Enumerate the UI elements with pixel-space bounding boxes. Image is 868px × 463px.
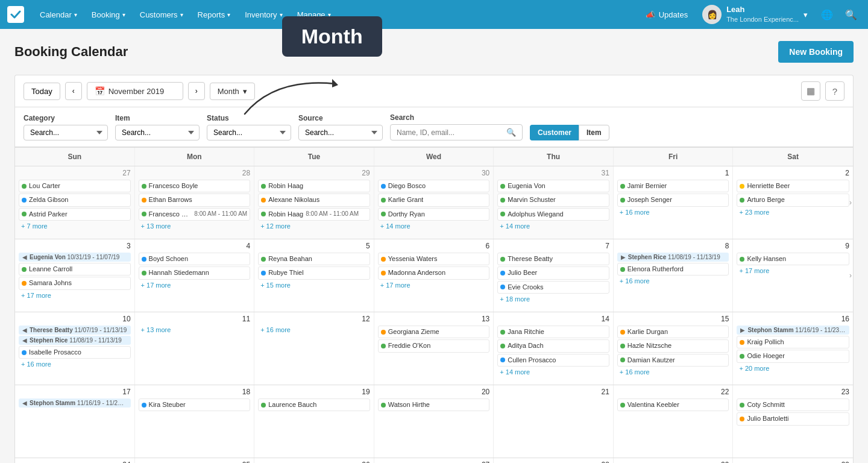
calendar-cell[interactable]: 28Francesco BoyleEthan BarrowsFrancesco … [135,166,255,239]
more-events-link[interactable]: + 16 more [617,368,729,376]
calendar-event[interactable]: Francesco Boyle8:00 AM - 11:00 AM [139,208,251,221]
search-input[interactable] [397,128,503,137]
calendar-event[interactable]: Hannah Stiedemann [139,266,251,279]
calendar-cell[interactable]: 17◀Stephon Stamm 11/16/19 - 11/23/19 [15,385,135,458]
calendar-cell[interactable]: 4Boyd SchoenHannah Stiedemann+ 17 more [135,239,255,312]
calendar-event[interactable]: Jana Ritchie [497,326,609,338]
calendar-event[interactable]: Samara Johns [19,277,131,289]
calendar-cell[interactable]: 30 [733,458,853,463]
more-events-link[interactable]: + 18 more [497,295,609,303]
more-events-link[interactable]: + 17 more [737,266,849,275]
status-select[interactable]: Search... [207,125,291,140]
nav-reports[interactable]: Reports ▾ [192,7,237,23]
calendar-event[interactable]: Kraig Pollich [737,336,849,348]
calendar-cell[interactable]: 23Coty SchmittJulio Bartoletti [733,385,853,458]
nav-booking[interactable]: Booking ▾ [86,7,131,23]
category-select[interactable]: Search... [24,125,108,140]
calendar-cell[interactable]: 14Jana RitchieAditya DachCullen Prosacco… [494,312,614,385]
calendar-cell[interactable]: 1Jamir BernierJoseph Senger+ 16 more [614,166,734,239]
more-events-link[interactable]: + 23 more [737,208,849,216]
calendar-cell[interactable]: 26 [254,458,374,463]
calendar-event[interactable]: Yessenia Waters [378,253,490,265]
more-events-link[interactable]: + 13 more [139,222,251,230]
calendar-cell[interactable]: 2Henriette BeerArturo Berge+ 23 more› [733,166,853,239]
calendar-event[interactable]: Zelda Gibson [19,194,131,206]
calendar-span-event[interactable]: ◀Eugenia Von 10/31/19 - 11/07/19 [19,253,131,262]
new-booking-button[interactable]: New Booking [778,41,854,63]
more-events-link[interactable]: + 17 more [378,281,490,289]
calendar-event[interactable]: Adolphus Wiegand [497,208,609,221]
nav-inventory[interactable]: Inventory ▾ [239,7,288,23]
calendar-event[interactable]: Kelly Hansen [737,253,849,265]
calendar-cell[interactable]: 12+ 16 more [254,312,374,385]
nav-customers[interactable]: Customers ▾ [134,7,189,23]
calendar-span-event[interactable]: ▶Stephon Stamm 11/16/19 - 11/23/19 [737,326,849,335]
next-button[interactable]: › [188,82,205,100]
more-events-link[interactable]: + 16 more [617,277,729,285]
calendar-event[interactable]: Odie Hoeger [737,350,849,362]
calendar-event[interactable]: Henriette Beer [737,180,849,192]
calendar-event[interactable]: Diego Bosco [378,180,490,192]
calendar-cell[interactable]: 31Eugenia VonMarvin SchusterAdolphus Wie… [494,166,614,239]
calendar-event[interactable]: Jamir Bernier [617,180,729,192]
calendar-span-event[interactable]: ▶Stephen Rice 11/08/19 - 11/13/19 [617,253,729,262]
user-menu[interactable]: 👩 Leah The London Experienc... ▾ [697,2,813,27]
calendar-cell[interactable]: 21 [494,385,614,458]
calendar-event[interactable]: Reyna Beahan [258,253,370,265]
more-events-link[interactable]: + 12 more [258,222,370,230]
today-button[interactable]: Today [24,83,60,100]
calendar-cell[interactable]: 22Valentina Keebler [614,385,734,458]
calendar-event[interactable]: Karlie Grant [378,194,490,206]
calendar-event[interactable]: Alexane Nikolaus [258,194,370,206]
calendar-event[interactable]: Isabelle Prosacco [19,346,131,359]
more-events-link[interactable]: + 15 more [258,281,370,289]
calendar-event[interactable]: Robin Haag [258,180,370,192]
more-events-link[interactable]: + 14 more [497,368,609,376]
calendar-event[interactable]: Arturo Berge [737,194,849,206]
nav-calendar[interactable]: Calendar ▾ [34,7,83,23]
calendar-event[interactable]: Boyd Schoen [139,253,251,265]
calendar-event[interactable]: Francesco Boyle [139,180,251,192]
more-events-link[interactable]: + 14 more [378,222,490,230]
globe-icon[interactable]: 🌐 [817,5,837,24]
calendar-cell[interactable]: 5Reyna BeahanRubye Thiel+ 15 more [254,239,374,312]
calendar-cell[interactable]: 24 [15,458,135,463]
view-select[interactable]: Month ▾ [210,83,255,100]
more-events-link[interactable]: + 14 more [497,222,609,230]
calendar-event[interactable]: Elenora Rutherford [617,263,729,276]
more-events-link[interactable]: + 17 more [19,291,131,300]
calendar-event[interactable]: Watson Hirthe [378,398,490,411]
calendar-event[interactable]: Karlie Durgan [617,326,729,338]
calendar-cell[interactable]: 15Karlie DurganHazle NitzscheDamian Kaut… [614,312,734,385]
calendar-cell[interactable]: 30Diego BoscoKarlie GrantDorthy Ryan+ 14… [374,166,494,239]
calendar-event[interactable]: Madonna Anderson [378,266,490,279]
calendar-event[interactable]: Eugenia Von [497,180,609,192]
calendar-event[interactable]: Joseph Senger [617,194,729,206]
calendar-cell[interactable]: 29Robin HaagAlexane NikolausRobin Haag8:… [254,166,374,239]
search-icon[interactable]: 🔍 [841,5,861,24]
calendar-event[interactable]: Cullen Prosacco [497,354,609,367]
calendar-span-event[interactable]: ◀Stephon Stamm 11/16/19 - 11/23/19 [19,398,131,408]
calendar-cell[interactable]: 9Kelly Hansen+ 17 more› [733,239,853,312]
calendar-cell[interactable]: 27 [374,458,494,463]
calendar-event[interactable]: Therese Beatty [497,253,609,265]
calendar-event[interactable]: Laurence Bauch [258,398,370,411]
calendar-event[interactable]: Rubye Thiel [258,266,370,279]
prev-button[interactable]: ‹ [65,82,82,100]
source-select[interactable]: Search... [298,125,383,140]
app-logo[interactable] [7,6,24,23]
calendar-event[interactable]: Robin Haag8:00 AM - 11:00 AM [258,208,370,221]
calendar-event[interactable]: Hazle Nitzsche [617,339,729,352]
calendar-cell[interactable]: 29 [614,458,734,463]
calendar-event[interactable]: Aditya Dach [497,339,609,352]
item-select[interactable]: Search... [115,125,200,140]
calendar-cell[interactable]: 25Monte Anderson [135,458,255,463]
calendar-cell[interactable]: 13Georgiana ZiemeFreddie O'Kon [374,312,494,385]
more-events-link[interactable]: + 13 more [139,326,251,334]
calendar-event[interactable]: Leanne Carroll [19,263,131,276]
calendar-span-event[interactable]: ◀Therese Beatty 11/07/19 - 11/13/19 [19,326,131,335]
calendar-event[interactable]: Evie Crooks [497,281,609,294]
calendar-cell[interactable]: 19Laurence Bauch [254,385,374,458]
calendar-cell[interactable]: 6Yessenia WatersMadonna Anderson+ 17 mor… [374,239,494,312]
grid-view-button[interactable]: ▦ [801,81,820,101]
